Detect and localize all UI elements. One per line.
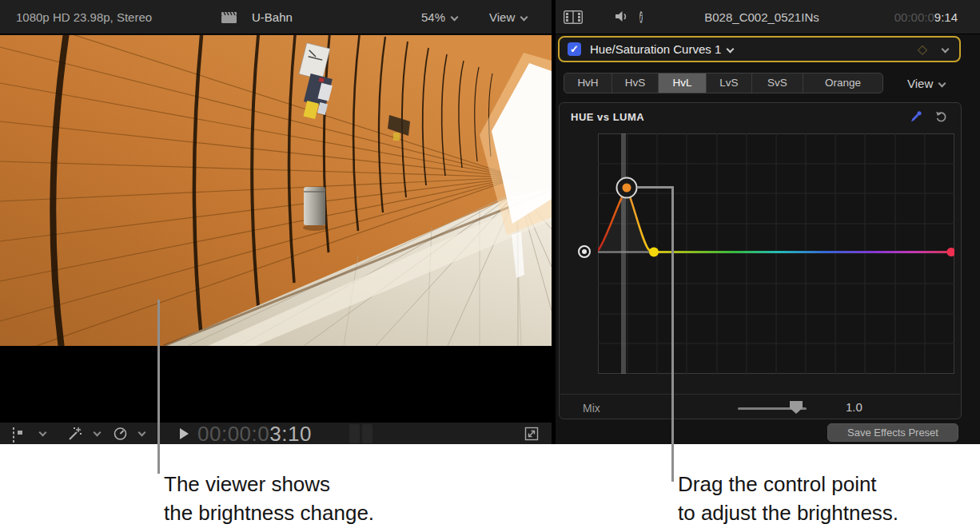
- enhancements-menu[interactable]: [67, 427, 83, 444]
- fullscreen-button[interactable]: [524, 427, 539, 444]
- app-dark-area: 1080p HD 23.98p, Stereo U-Bahn 54% View: [0, 0, 980, 444]
- caption-area: The viewer shows the brightness change. …: [0, 444, 980, 532]
- effect-row-hue-sat-curves[interactable]: ✓ Hue/Saturation Curves 1 ◇: [558, 36, 961, 62]
- clapperboard-icon: [221, 12, 237, 26]
- selected-hue-column: [621, 133, 626, 374]
- effect-enable-checkbox[interactable]: ✓: [568, 42, 581, 56]
- hue-vs-luma-panel: HUE vs LUMA: [559, 102, 962, 419]
- viewer-zoom-menu[interactable]: 54%: [421, 10, 457, 24]
- callout-line-point-vertical: [671, 186, 674, 482]
- callout-line-point-horizontal: [637, 186, 674, 189]
- tab-orange[interactable]: Orange: [803, 73, 882, 93]
- keyframe-diamond-icon[interactable]: ◇: [918, 42, 927, 57]
- fcp-screenshot: 1080p HD 23.98p, Stereo U-Bahn 54% View: [0, 0, 980, 532]
- chevron-down-icon: [451, 14, 459, 22]
- chevron-down-icon: [938, 80, 946, 88]
- chevron-down-icon: [94, 429, 102, 437]
- mix-slider-thumb[interactable]: [790, 401, 803, 414]
- chevron-down-icon[interactable]: [942, 46, 950, 54]
- viewer-pane: 1080p HD 23.98p, Stereo U-Bahn 54% View: [0, 0, 552, 444]
- trash-bin: [303, 187, 327, 231]
- peak-orange-point[interactable]: [617, 178, 637, 198]
- tab-svs[interactable]: SvS: [751, 73, 803, 93]
- tab-hvh[interactable]: HvH: [564, 73, 612, 93]
- expand-arrows-icon: [524, 427, 539, 441]
- viewer-view-menu[interactable]: View: [489, 10, 527, 24]
- hue-scope-target-icon[interactable]: [578, 245, 591, 258]
- panel-title: HUE vs LUMA: [571, 111, 644, 123]
- caption-left: The viewer shows the brightness change.: [164, 470, 374, 527]
- yellow-point[interactable]: [649, 248, 659, 257]
- save-effects-preset-button[interactable]: Save Effects Preset: [827, 423, 958, 442]
- undo-arrow-icon: [935, 110, 948, 123]
- viewer-timecode[interactable]: 00:00:03:10: [197, 423, 312, 445]
- effect-name-menu[interactable]: Hue/Saturation Curves 1: [590, 42, 733, 56]
- curve-tab-strip: HvH HvS HvL LvS SvS Orange: [564, 73, 883, 93]
- viewer-topbar: 1080p HD 23.98p, Stereo U-Bahn 54% View: [0, 0, 552, 34]
- caption-right: Drag the control point to adjust the bri…: [678, 470, 898, 527]
- audio-meter-left: [349, 424, 360, 443]
- tab-lvs[interactable]: LvS: [706, 73, 751, 93]
- reset-button[interactable]: [935, 110, 948, 126]
- audio-meter-right: [362, 424, 372, 443]
- magic-wand-icon: [67, 427, 83, 441]
- inspector-timecode: 00:00:09:14: [894, 10, 958, 24]
- callout-line-viewer: [157, 300, 160, 474]
- project-title: U-Bahn: [252, 10, 293, 24]
- inspector-topbar: i B028_C002_0521INs 00:00:09:14: [556, 0, 980, 34]
- retime-menu[interactable]: [114, 427, 127, 443]
- chevron-down-icon: [138, 429, 146, 437]
- mix-value: 1.0: [846, 400, 862, 414]
- tab-hvl[interactable]: HvL: [658, 73, 706, 93]
- format-info: 1080p HD 23.98p, Stereo: [16, 10, 152, 24]
- chevron-down-icon: [727, 46, 735, 54]
- curve-view-menu[interactable]: View: [907, 77, 945, 90]
- chevron-down-icon: [520, 14, 528, 22]
- chevron-down-icon: [39, 429, 47, 437]
- viewer-toolbar: 00:00:03:10: [0, 422, 552, 444]
- transform-overlay-menu[interactable]: [13, 428, 14, 443]
- video-frame-ubahn-tunnel: [0, 35, 552, 346]
- play-button[interactable]: [180, 428, 189, 439]
- inspector-pane: i B028_C002_0521INs 00:00:09:14 ✓ Hue/Sa…: [556, 0, 980, 444]
- tab-hvs[interactable]: HvS: [612, 73, 658, 93]
- curve-graph[interactable]: [598, 133, 954, 374]
- eyedropper-icon: [910, 110, 922, 123]
- mix-label: Mix: [583, 402, 600, 415]
- transform-icon: [13, 427, 14, 443]
- eyedropper-button[interactable]: [910, 110, 922, 126]
- retime-gauge-icon: [114, 427, 127, 440]
- divider: [560, 394, 960, 395]
